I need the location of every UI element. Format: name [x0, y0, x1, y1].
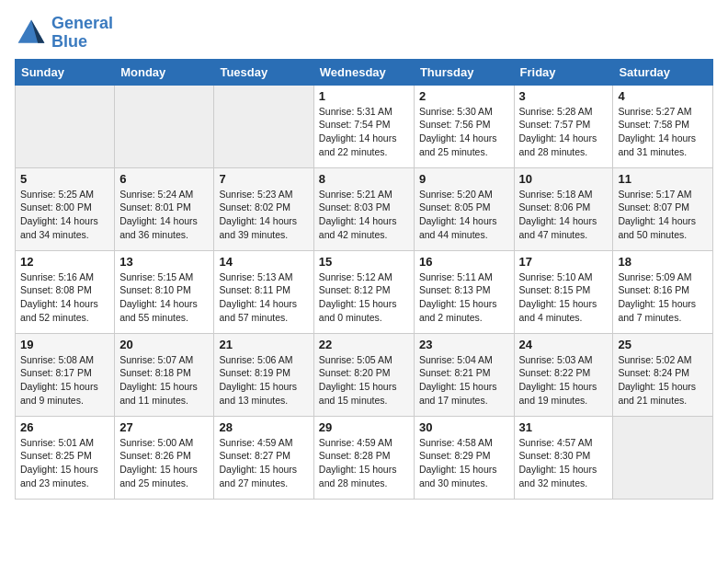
calendar-cell: 8Sunrise: 5:21 AM Sunset: 8:03 PM Daylig…: [313, 167, 414, 250]
calendar-cell: 28Sunrise: 4:59 AM Sunset: 8:27 PM Dayli…: [214, 416, 313, 499]
calendar-cell: 7Sunrise: 5:23 AM Sunset: 8:02 PM Daylig…: [214, 167, 313, 250]
calendar-cell: 9Sunrise: 5:20 AM Sunset: 8:05 PM Daylig…: [414, 167, 514, 250]
calendar-cell: 4Sunrise: 5:27 AM Sunset: 7:58 PM Daylig…: [613, 85, 713, 167]
day-info: Sunrise: 5:16 AM Sunset: 8:08 PM Dayligh…: [20, 270, 109, 325]
day-info: Sunrise: 5:02 AM Sunset: 8:24 PM Dayligh…: [618, 353, 708, 408]
calendar-header-thursday: Thursday: [414, 59, 514, 85]
calendar-cell: 22Sunrise: 5:05 AM Sunset: 8:20 PM Dayli…: [313, 333, 414, 416]
day-info: Sunrise: 5:03 AM Sunset: 8:22 PM Dayligh…: [519, 353, 609, 408]
day-number: 24: [519, 338, 609, 351]
logo: General Blue: [15, 15, 113, 52]
calendar-week-row: 12Sunrise: 5:16 AM Sunset: 8:08 PM Dayli…: [16, 250, 713, 333]
calendar-cell: 14Sunrise: 5:13 AM Sunset: 8:11 PM Dayli…: [214, 250, 313, 333]
day-number: 28: [219, 420, 308, 434]
calendar-cell: 19Sunrise: 5:08 AM Sunset: 8:17 PM Dayli…: [16, 333, 115, 416]
calendar-week-row: 19Sunrise: 5:08 AM Sunset: 8:17 PM Dayli…: [16, 333, 713, 416]
calendar-cell: 25Sunrise: 5:02 AM Sunset: 8:24 PM Dayli…: [613, 333, 713, 416]
page-header: General Blue: [15, 15, 713, 52]
calendar-header-monday: Monday: [115, 59, 214, 85]
day-info: Sunrise: 5:07 AM Sunset: 8:18 PM Dayligh…: [119, 353, 209, 408]
day-info: Sunrise: 4:59 AM Sunset: 8:27 PM Dayligh…: [219, 436, 308, 490]
calendar-cell: 27Sunrise: 5:00 AM Sunset: 8:26 PM Dayli…: [115, 416, 214, 499]
calendar-cell: 10Sunrise: 5:18 AM Sunset: 8:06 PM Dayli…: [514, 167, 613, 250]
calendar-header-saturday: Saturday: [613, 59, 713, 85]
calendar-cell: 15Sunrise: 5:12 AM Sunset: 8:12 PM Dayli…: [313, 250, 414, 333]
calendar-cell: 30Sunrise: 4:58 AM Sunset: 8:29 PM Dayli…: [414, 416, 514, 499]
day-number: 18: [618, 255, 708, 269]
calendar-cell: [214, 85, 313, 167]
day-info: Sunrise: 5:10 AM Sunset: 8:15 PM Dayligh…: [519, 270, 609, 325]
calendar-cell: 11Sunrise: 5:17 AM Sunset: 8:07 PM Dayli…: [613, 167, 713, 250]
calendar-cell: 29Sunrise: 4:59 AM Sunset: 8:28 PM Dayli…: [313, 416, 414, 499]
calendar-header-row: SundayMondayTuesdayWednesdayThursdayFrid…: [16, 59, 713, 85]
calendar-cell: 1Sunrise: 5:31 AM Sunset: 7:54 PM Daylig…: [313, 85, 414, 167]
day-number: 12: [20, 255, 109, 269]
calendar-week-row: 5Sunrise: 5:25 AM Sunset: 8:00 PM Daylig…: [16, 167, 713, 250]
day-number: 16: [419, 255, 509, 269]
calendar-cell: 24Sunrise: 5:03 AM Sunset: 8:22 PM Dayli…: [514, 333, 613, 416]
day-number: 2: [419, 89, 509, 103]
day-info: Sunrise: 5:20 AM Sunset: 8:05 PM Dayligh…: [419, 188, 509, 242]
calendar-cell: 23Sunrise: 5:04 AM Sunset: 8:21 PM Dayli…: [414, 333, 514, 416]
day-info: Sunrise: 5:25 AM Sunset: 8:00 PM Dayligh…: [20, 188, 109, 242]
day-number: 5: [20, 172, 109, 186]
day-number: 10: [519, 172, 609, 186]
day-info: Sunrise: 5:04 AM Sunset: 8:21 PM Dayligh…: [419, 353, 509, 408]
day-info: Sunrise: 5:28 AM Sunset: 7:57 PM Dayligh…: [519, 105, 609, 159]
day-info: Sunrise: 5:01 AM Sunset: 8:25 PM Dayligh…: [20, 436, 109, 490]
day-info: Sunrise: 5:21 AM Sunset: 8:03 PM Dayligh…: [319, 188, 409, 242]
logo-text: General Blue: [51, 15, 113, 52]
day-number: 13: [119, 255, 209, 269]
day-number: 3: [519, 89, 609, 103]
calendar-cell: [115, 85, 214, 167]
calendar-table: SundayMondayTuesdayWednesdayThursdayFrid…: [15, 59, 713, 500]
day-info: Sunrise: 5:18 AM Sunset: 8:06 PM Dayligh…: [519, 188, 609, 242]
day-number: 7: [219, 172, 308, 186]
day-number: 23: [419, 338, 509, 351]
day-info: Sunrise: 4:58 AM Sunset: 8:29 PM Dayligh…: [419, 436, 509, 490]
calendar-cell: 17Sunrise: 5:10 AM Sunset: 8:15 PM Dayli…: [514, 250, 613, 333]
day-info: Sunrise: 5:06 AM Sunset: 8:19 PM Dayligh…: [219, 353, 308, 408]
calendar-cell: 26Sunrise: 5:01 AM Sunset: 8:25 PM Dayli…: [16, 416, 115, 499]
calendar-header-wednesday: Wednesday: [313, 59, 414, 85]
calendar-cell: 2Sunrise: 5:30 AM Sunset: 7:56 PM Daylig…: [414, 85, 514, 167]
day-number: 17: [519, 255, 609, 269]
day-info: Sunrise: 5:12 AM Sunset: 8:12 PM Dayligh…: [319, 270, 409, 325]
calendar-cell: [613, 416, 713, 499]
day-info: Sunrise: 5:11 AM Sunset: 8:13 PM Dayligh…: [419, 270, 509, 325]
calendar-week-row: 26Sunrise: 5:01 AM Sunset: 8:25 PM Dayli…: [16, 416, 713, 499]
day-info: Sunrise: 4:57 AM Sunset: 8:30 PM Dayligh…: [519, 436, 609, 490]
day-info: Sunrise: 5:09 AM Sunset: 8:16 PM Dayligh…: [618, 270, 708, 325]
calendar-cell: 21Sunrise: 5:06 AM Sunset: 8:19 PM Dayli…: [214, 333, 313, 416]
logo-icon: [15, 17, 48, 50]
day-number: 19: [20, 338, 109, 351]
day-number: 15: [319, 255, 409, 269]
day-info: Sunrise: 4:59 AM Sunset: 8:28 PM Dayligh…: [319, 436, 409, 490]
day-number: 11: [618, 172, 708, 186]
day-info: Sunrise: 5:08 AM Sunset: 8:17 PM Dayligh…: [20, 353, 109, 408]
day-info: Sunrise: 5:23 AM Sunset: 8:02 PM Dayligh…: [219, 188, 308, 242]
calendar-cell: 16Sunrise: 5:11 AM Sunset: 8:13 PM Dayli…: [414, 250, 514, 333]
day-number: 31: [519, 420, 609, 434]
day-info: Sunrise: 5:17 AM Sunset: 8:07 PM Dayligh…: [618, 188, 708, 242]
calendar-cell: 20Sunrise: 5:07 AM Sunset: 8:18 PM Dayli…: [115, 333, 214, 416]
day-info: Sunrise: 5:13 AM Sunset: 8:11 PM Dayligh…: [219, 270, 308, 325]
day-info: Sunrise: 5:24 AM Sunset: 8:01 PM Dayligh…: [119, 188, 209, 242]
calendar-week-row: 1Sunrise: 5:31 AM Sunset: 7:54 PM Daylig…: [16, 85, 713, 167]
day-info: Sunrise: 5:05 AM Sunset: 8:20 PM Dayligh…: [319, 353, 409, 408]
calendar-cell: 31Sunrise: 4:57 AM Sunset: 8:30 PM Dayli…: [514, 416, 613, 499]
day-number: 9: [419, 172, 509, 186]
day-number: 20: [119, 338, 209, 351]
day-info: Sunrise: 5:30 AM Sunset: 7:56 PM Dayligh…: [419, 105, 509, 159]
calendar-cell: 5Sunrise: 5:25 AM Sunset: 8:00 PM Daylig…: [16, 167, 115, 250]
day-number: 22: [319, 338, 409, 351]
calendar-header-friday: Friday: [514, 59, 613, 85]
day-number: 27: [119, 420, 209, 434]
calendar-header-tuesday: Tuesday: [214, 59, 313, 85]
day-info: Sunrise: 5:27 AM Sunset: 7:58 PM Dayligh…: [618, 105, 708, 159]
day-number: 29: [319, 420, 409, 434]
day-number: 30: [419, 420, 509, 434]
calendar-cell: 18Sunrise: 5:09 AM Sunset: 8:16 PM Dayli…: [613, 250, 713, 333]
day-number: 4: [618, 89, 708, 103]
day-number: 21: [219, 338, 308, 351]
